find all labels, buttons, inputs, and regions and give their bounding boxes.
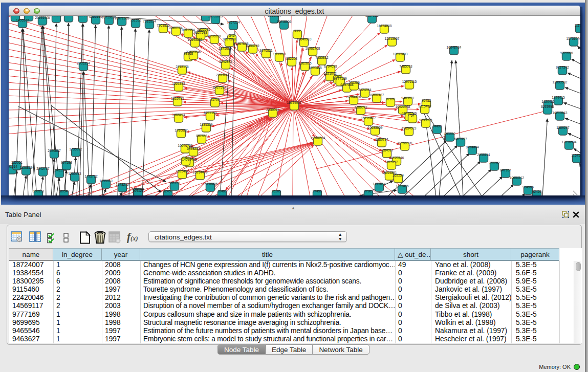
svg-text:1244415: 1244415 bbox=[552, 96, 565, 99]
svg-text:18724007: 18724007 bbox=[287, 101, 302, 104]
svg-text:1156829: 1156829 bbox=[20, 166, 33, 169]
svg-text:924565: 924565 bbox=[522, 185, 534, 189]
svg-text:62160: 62160 bbox=[386, 97, 395, 101]
svg-text:8660124: 8660124 bbox=[169, 26, 183, 30]
svg-text:9463627: 9463627 bbox=[401, 96, 415, 100]
svg-text:763262: 763262 bbox=[489, 161, 500, 165]
svg-text:2718176: 2718176 bbox=[176, 65, 189, 69]
svg-text:252254: 252254 bbox=[393, 173, 404, 177]
svg-text:12093582: 12093582 bbox=[553, 80, 568, 84]
svg-text:20364436: 20364436 bbox=[346, 95, 361, 99]
svg-text:16154808: 16154808 bbox=[377, 24, 392, 28]
svg-text:18463: 18463 bbox=[217, 189, 227, 193]
svg-text:1916682: 1916682 bbox=[175, 128, 188, 132]
svg-text:7485063: 7485063 bbox=[399, 64, 412, 68]
svg-text:9227342: 9227342 bbox=[556, 65, 569, 69]
svg-text:335061: 335061 bbox=[11, 161, 23, 164]
svg-text:8990448: 8990448 bbox=[309, 66, 322, 70]
svg-text:1250513: 1250513 bbox=[68, 172, 81, 176]
svg-text:18640910: 18640910 bbox=[297, 37, 312, 41]
svg-text:92450: 92450 bbox=[532, 190, 541, 193]
svg-text:2020657: 2020657 bbox=[48, 149, 61, 152]
svg-text:2942757: 2942757 bbox=[36, 167, 50, 170]
svg-text:19654923: 19654923 bbox=[402, 126, 417, 130]
svg-text:19218506: 19218506 bbox=[277, 20, 292, 24]
svg-text:8427552: 8427552 bbox=[213, 85, 226, 89]
svg-text:10807487: 10807487 bbox=[369, 93, 384, 97]
svg-text:16205: 16205 bbox=[272, 189, 281, 193]
svg-text:9699695: 9699695 bbox=[419, 118, 432, 122]
svg-text:9115460: 9115460 bbox=[419, 104, 431, 108]
svg-text:1965494: 1965494 bbox=[172, 113, 185, 117]
svg-text:6794028: 6794028 bbox=[324, 64, 337, 68]
svg-text:15720407: 15720407 bbox=[361, 116, 376, 120]
svg-text:116753: 116753 bbox=[571, 154, 580, 157]
svg-text:9329966: 9329966 bbox=[560, 51, 573, 55]
svg-text:97450: 97450 bbox=[313, 189, 322, 193]
svg-text:9327508: 9327508 bbox=[223, 37, 236, 41]
svg-text:7515524: 7515524 bbox=[143, 19, 156, 23]
svg-text:23420046: 23420046 bbox=[186, 50, 201, 54]
svg-text:746266: 746266 bbox=[349, 81, 360, 84]
svg-text:8912954: 8912954 bbox=[182, 28, 195, 32]
svg-text:3624554: 3624554 bbox=[358, 88, 372, 92]
svg-text:111752: 111752 bbox=[575, 24, 580, 27]
svg-text:1362615: 1362615 bbox=[298, 61, 312, 65]
svg-text:10025438: 10025438 bbox=[396, 105, 410, 108]
svg-text:847167: 847167 bbox=[500, 168, 511, 172]
svg-text:8215955: 8215955 bbox=[541, 105, 554, 108]
svg-text:751552: 751552 bbox=[130, 18, 141, 22]
svg-text:10756928: 10756928 bbox=[398, 141, 412, 145]
svg-text:1733426: 1733426 bbox=[396, 184, 409, 188]
svg-text:1405572: 1405572 bbox=[16, 18, 29, 22]
svg-text:2905334: 2905334 bbox=[77, 61, 90, 65]
svg-text:6466160: 6466160 bbox=[89, 16, 102, 18]
svg-text:15716485: 15716485 bbox=[203, 182, 218, 186]
svg-text:1545194: 1545194 bbox=[53, 168, 66, 172]
svg-text:1010755: 1010755 bbox=[171, 97, 184, 100]
svg-text:10654112: 10654112 bbox=[510, 176, 525, 180]
svg-text:95452: 95452 bbox=[422, 99, 431, 102]
svg-text:1678275: 1678275 bbox=[116, 183, 129, 186]
svg-text:157: 157 bbox=[183, 156, 189, 160]
svg-text:87961: 87961 bbox=[364, 189, 373, 193]
svg-text:16210643: 16210643 bbox=[553, 111, 568, 115]
svg-text:2935114: 2935114 bbox=[477, 153, 490, 157]
svg-text:64: 64 bbox=[410, 114, 415, 117]
svg-text:965779: 965779 bbox=[169, 181, 180, 185]
svg-text:16671385: 16671385 bbox=[115, 16, 129, 20]
svg-text:12975115: 12975115 bbox=[402, 80, 417, 83]
svg-text:419: 419 bbox=[295, 29, 300, 33]
svg-text:1735992: 1735992 bbox=[69, 147, 82, 151]
svg-text:1020455: 1020455 bbox=[541, 100, 555, 103]
svg-text:180547: 180547 bbox=[58, 189, 70, 193]
svg-text:9242845: 9242845 bbox=[219, 60, 232, 63]
svg-text:190513: 190513 bbox=[33, 189, 44, 193]
svg-text:1095810: 1095810 bbox=[99, 179, 113, 183]
svg-text:9146821: 9146821 bbox=[259, 49, 273, 52]
svg-text:18495796: 18495796 bbox=[402, 112, 417, 115]
svg-text:7625402: 7625402 bbox=[176, 169, 189, 173]
svg-text:9777169: 9777169 bbox=[334, 77, 347, 80]
svg-text:8267150: 8267150 bbox=[204, 111, 217, 115]
svg-text:893892: 893892 bbox=[444, 132, 455, 136]
svg-text:887833: 887833 bbox=[196, 134, 207, 138]
svg-text:16648784: 16648784 bbox=[447, 46, 462, 49]
svg-text:19384554: 19384554 bbox=[311, 136, 325, 140]
svg-text:2803144: 2803144 bbox=[216, 73, 229, 77]
svg-text:16033809: 16033809 bbox=[208, 16, 223, 18]
svg-text:2087682: 2087682 bbox=[365, 16, 379, 17]
svg-text:7955812: 7955812 bbox=[315, 56, 329, 59]
svg-text:10655287: 10655287 bbox=[61, 16, 76, 16]
svg-text:15751074: 15751074 bbox=[567, 37, 580, 40]
svg-text:3375685: 3375685 bbox=[219, 47, 232, 50]
svg-text:92450: 92450 bbox=[163, 189, 172, 193]
svg-text:12213967: 12213967 bbox=[385, 37, 400, 40]
svg-text:1527602: 1527602 bbox=[76, 16, 90, 17]
svg-text:10543382: 10543382 bbox=[188, 38, 203, 41]
svg-text:391514: 391514 bbox=[9, 165, 17, 168]
svg-text:16914479: 16914479 bbox=[193, 170, 208, 174]
svg-text:2530021: 2530021 bbox=[266, 108, 279, 112]
svg-text:7357224: 7357224 bbox=[227, 20, 240, 24]
svg-text:17016504: 17016504 bbox=[562, 140, 577, 144]
